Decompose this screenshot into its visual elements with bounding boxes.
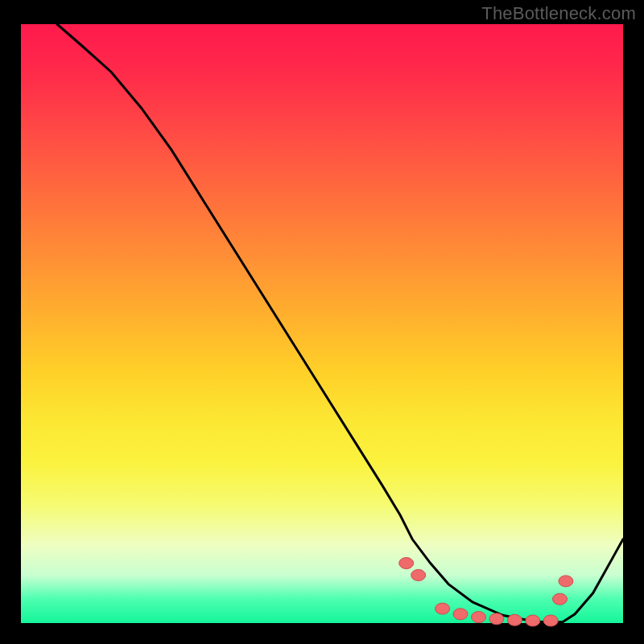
bottleneck-curve — [57, 24, 623, 622]
chart-frame: TheBottleneck.com — [0, 0, 644, 644]
highlight-dot — [411, 570, 426, 581]
chart-svg — [21, 24, 623, 623]
gradient-plot-area — [21, 24, 623, 623]
highlight-dot — [559, 576, 573, 587]
highlight-dot — [436, 603, 450, 614]
highlight-dot — [472, 612, 486, 623]
highlight-dot — [507, 614, 522, 625]
highlight-dots-group — [399, 558, 573, 626]
highlight-dot — [399, 558, 414, 569]
highlight-dot — [526, 615, 540, 626]
watermark-text: TheBottleneck.com — [481, 3, 636, 24]
highlight-dot — [553, 593, 568, 605]
highlight-dot — [489, 613, 504, 625]
highlight-dot — [453, 609, 468, 620]
highlight-dot — [543, 615, 558, 626]
